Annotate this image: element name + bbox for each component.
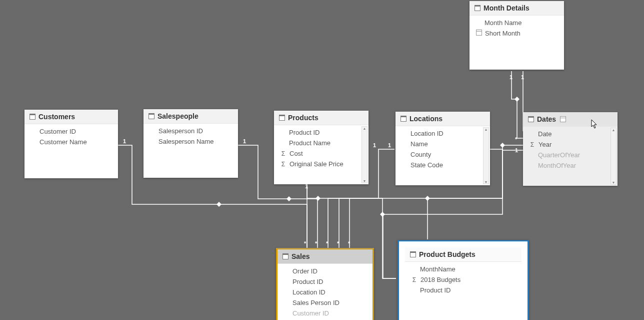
cardinality-one: 1 (388, 142, 391, 148)
field-row[interactable]: Customer ID (278, 308, 372, 318)
table-salespeople[interactable]: Salespeople Salesperson ID Salesperson N… (144, 109, 238, 178)
date-icon (476, 30, 482, 36)
field-row[interactable]: Name (396, 139, 484, 149)
cardinality-one: 1 (515, 147, 518, 153)
table-title: Month Details (484, 4, 530, 12)
field-row[interactable]: Month Name (470, 18, 564, 28)
field-row[interactable]: Location ID (278, 287, 372, 297)
sigma-icon (280, 150, 286, 157)
table-icon (148, 113, 154, 119)
field-row[interactable]: Customer ID (24, 126, 118, 137)
field-row[interactable]: MonthName (405, 264, 522, 274)
table-month-details[interactable]: Month Details Month Name Short Month (470, 1, 564, 70)
cardinality-many: * (348, 240, 350, 246)
field-row[interactable]: Order ID (278, 266, 372, 276)
field-row[interactable]: Cost (274, 148, 362, 159)
table-icon (474, 5, 480, 11)
table-title: Salespeople (158, 112, 198, 120)
table-title: Customers (38, 113, 75, 121)
cardinality-many: * (515, 136, 517, 142)
table-title: Product Budgets (419, 250, 476, 258)
field-row[interactable]: MonthOfYear (523, 160, 612, 171)
cardinality-one: 1 (510, 74, 512, 80)
table-icon (400, 116, 406, 122)
field-row[interactable]: Sales Person ID (278, 297, 372, 308)
date-table-icon (560, 116, 566, 122)
field-row[interactable]: County (396, 149, 484, 160)
field-row[interactable]: Salesperson Name (144, 136, 238, 147)
field-row[interactable]: State Code (396, 160, 484, 170)
table-title: Dates (537, 115, 556, 123)
table-icon (410, 251, 416, 257)
table-header[interactable]: Month Details (470, 1, 564, 16)
table-dates[interactable]: Dates Date Year QuarterOfYear MonthOfYea… (523, 112, 618, 186)
table-header[interactable]: Salespeople (144, 109, 238, 124)
cardinality-many: * (337, 240, 339, 246)
sigma-icon (411, 276, 418, 283)
cardinality-one: 1 (243, 138, 246, 144)
sigma-icon (529, 141, 536, 148)
field-row[interactable]: Product ID (274, 127, 362, 138)
field-row[interactable]: Date (523, 129, 612, 139)
table-title: Locations (410, 115, 442, 123)
table-sales[interactable]: Sales Order ID Product ID Location ID Sa… (276, 248, 374, 320)
table-header[interactable]: Dates (523, 112, 618, 127)
cardinality-one: 1 (521, 74, 524, 80)
table-title: Sales (292, 252, 310, 260)
table-header[interactable]: Product Budgets (405, 247, 522, 262)
table-icon (30, 114, 36, 120)
cardinality-many: * (315, 240, 317, 246)
table-header[interactable]: Sales (278, 249, 372, 264)
table-header[interactable]: Products (274, 111, 368, 125)
field-row[interactable]: Year (523, 139, 612, 150)
field-row[interactable]: Location ID (396, 128, 484, 139)
field-row[interactable]: Short Month (470, 28, 564, 39)
table-icon (282, 253, 288, 259)
scrollbar[interactable] (362, 126, 368, 183)
field-row[interactable]: QuarterOfYear (523, 150, 612, 160)
cardinality-many: * (304, 240, 306, 246)
scrollbar[interactable] (483, 127, 489, 184)
table-customers[interactable]: Customers Customer ID Customer Name (24, 110, 118, 178)
table-icon (279, 115, 285, 121)
field-row[interactable]: Product Name (274, 138, 362, 148)
field-row[interactable]: 2018 Budgets (405, 274, 522, 285)
table-locations[interactable]: Locations Location ID Name County State … (396, 112, 490, 185)
field-row[interactable]: Product ID (405, 285, 522, 295)
field-row[interactable]: Original Sale Price (274, 159, 362, 169)
table-title: Products (288, 114, 318, 122)
table-header[interactable]: Customers (24, 110, 118, 124)
table-header[interactable]: Locations (396, 112, 490, 126)
cardinality-one: 1 (123, 138, 126, 144)
table-product-budgets[interactable]: Product Budgets MonthName 2018 Budgets P… (398, 240, 529, 320)
table-icon (528, 116, 534, 122)
scrollbar[interactable] (610, 128, 616, 185)
table-products[interactable]: Products Product ID Product Name Cost Or… (274, 111, 368, 184)
cardinality-one: 1 (373, 142, 376, 148)
field-row[interactable]: Salesperson ID (144, 126, 238, 136)
field-row[interactable]: Customer Name (24, 137, 118, 147)
sigma-icon (280, 161, 286, 168)
field-row[interactable]: Product ID (278, 276, 372, 287)
cardinality-many: * (326, 240, 328, 246)
